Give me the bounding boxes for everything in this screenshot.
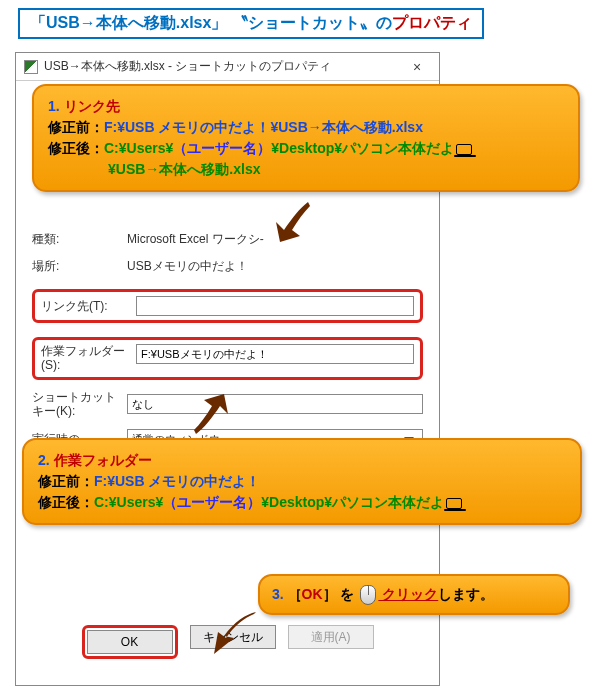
target-highlight: リンク先(T): <box>32 289 423 323</box>
c1-after-a: C:¥Users¥ <box>104 140 173 156</box>
c2-before-value: F:¥USB メモリの中だよ！ <box>94 473 260 489</box>
page-title: 「USB→本体へ移動.xlsx」 〝ショートカット〟のプロパティ <box>18 8 484 39</box>
c3-b: ］ を <box>323 586 359 602</box>
callout-2: 2. 作業フォルダー 修正前：F:¥USB メモリの中だよ！ 修正後：C:¥Us… <box>22 438 582 525</box>
c1-after-c: ¥USB→本体へ移動.xlsx <box>108 161 260 177</box>
type-label: 種類: <box>32 231 127 248</box>
c1-after-user: （ユーザー名） <box>173 140 271 156</box>
shortcutkey-input[interactable] <box>127 394 423 414</box>
arrow-3 <box>210 606 260 656</box>
target-row: リンク先(T): <box>41 296 414 316</box>
location-label: 場所: <box>32 258 127 275</box>
c3-c: クリック <box>378 586 438 602</box>
title-blue: 「USB→本体へ移動.xlsx」 〝ショートカット〟の <box>30 14 392 31</box>
type-row: 種類: Microsoft Excel ワークシ- <box>32 231 423 248</box>
c1-after-label: 修正後： <box>48 140 104 156</box>
laptop-icon <box>456 144 472 155</box>
location-value: USBメモリの中だよ！ <box>127 258 423 275</box>
c2-after-user: （ユーザー名） <box>163 494 261 510</box>
location-row: 場所: USBメモリの中だよ！ <box>32 258 423 275</box>
ok-button[interactable]: OK <box>87 630 173 654</box>
shortcutkey-label: ショートカットキー(K): <box>32 390 127 419</box>
c2-after-b: ¥Desktop¥パソコン本体だよ <box>261 494 444 510</box>
c2-before-label: 修正前： <box>38 473 94 489</box>
startin-label: 作業フォルダー(S): <box>41 344 136 373</box>
callout-1: 1. リンク先 修正前：F:¥USB メモリの中だよ！¥USB→本体へ移動.xl… <box>32 84 580 192</box>
c1-before-value: F:¥USB メモリの中だよ！¥USB→本体へ移動.xlsx <box>104 119 423 135</box>
title-red: プロパティ <box>392 14 472 31</box>
c1-after-b: ¥Desktop¥パソコン本体だよ <box>271 140 454 156</box>
mouse-icon <box>360 585 376 605</box>
target-input[interactable] <box>136 296 414 316</box>
target-label: リンク先(T): <box>41 298 136 315</box>
apply-button: 適用(A) <box>288 625 374 649</box>
titlebar-text: USB→本体へ移動.xlsx - ショートカットのプロパティ <box>44 58 331 75</box>
callout-1-section: リンク先 <box>64 98 120 114</box>
startin-input[interactable] <box>136 344 414 364</box>
c3-a: ［ <box>288 586 302 602</box>
titlebar: USB→本体へ移動.xlsx - ショートカットのプロパティ × <box>16 53 439 81</box>
c1-before-label: 修正前： <box>48 119 104 135</box>
c3-d: します。 <box>438 586 494 602</box>
callout-2-section: 作業フォルダー <box>54 452 152 468</box>
close-button[interactable]: × <box>403 59 431 75</box>
callout-3: 3. ［OK］ を クリックします。 <box>258 574 570 615</box>
c3-ok: OK <box>302 586 323 602</box>
c2-after-label: 修正後： <box>38 494 94 510</box>
callout-1-num: 1. <box>48 98 64 114</box>
startin-highlight: 作業フォルダー(S): <box>32 337 423 380</box>
callout-2-num: 2. <box>38 452 54 468</box>
laptop-icon-2 <box>446 498 462 509</box>
ok-highlight: OK <box>82 625 178 659</box>
c2-after-a: C:¥Users¥ <box>94 494 163 510</box>
startin-row: 作業フォルダー(S): <box>41 344 414 373</box>
callout-3-num: 3. <box>272 586 288 602</box>
excel-icon <box>24 60 38 74</box>
arrow-1 <box>270 200 314 244</box>
arrow-2 <box>190 392 234 436</box>
